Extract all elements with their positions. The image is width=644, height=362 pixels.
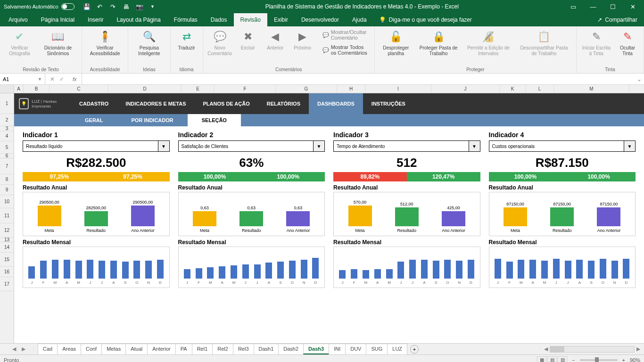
column-header[interactable]: B (24, 85, 50, 93)
ribbon-tab-exibir[interactable]: Exibir (267, 13, 295, 26)
sub-tab[interactable]: GERAL (71, 114, 117, 126)
column-header[interactable]: M (554, 85, 629, 93)
sheet-tab[interactable]: SUG (366, 344, 388, 354)
smart-lookup-button[interactable]: 🔍Pesquisa Inteligente (132, 28, 166, 58)
column-header[interactable]: C (50, 85, 108, 93)
column-header[interactable]: F (215, 85, 276, 93)
ribbon-tab-revisão[interactable]: Revisão (234, 13, 267, 26)
ribbon-tab-página-inicial[interactable]: Página Inicial (34, 13, 81, 26)
zoom-slider[interactable] (580, 359, 618, 361)
row-header[interactable]: 8 (0, 174, 14, 185)
column-header[interactable]: A (14, 85, 24, 93)
allow-edit-ranges-button[interactable]: 🔏Permitir a Edição de Intervalos (464, 28, 513, 58)
close-icon[interactable]: ✕ (627, 1, 638, 12)
maximize-icon[interactable]: ☐ (607, 1, 619, 12)
sheet-nav-next-icon[interactable]: ▶ (19, 346, 28, 352)
row-header[interactable]: 5 (0, 141, 14, 154)
tell-me-search[interactable]: 💡Diga-me o que você deseja fazer (379, 16, 472, 23)
new-comment-button[interactable]: 💬Novo Comentário (207, 28, 233, 58)
dashboard-tab[interactable]: PLANOS DE AÇÃO (194, 93, 258, 114)
sheet-tab[interactable]: INI (329, 344, 346, 354)
row-header[interactable]: 3 (0, 126, 14, 131)
row-header[interactable]: 9 (0, 185, 14, 195)
column-header[interactable]: D (108, 85, 182, 93)
redo-icon[interactable]: ↷ (109, 3, 117, 10)
protect-workbook-button[interactable]: 🔒Proteger Pasta de Trabalho (416, 28, 461, 58)
autosave-toggle[interactable]: Salvamento Automático (4, 3, 74, 10)
dashboard-tab[interactable]: RELATÓRIOS (258, 93, 309, 114)
column-header[interactable]: L (526, 85, 554, 93)
start-ink-button[interactable]: ✎Iniciar Escrita à Tinta (580, 28, 612, 58)
sheet-tab[interactable]: Rel1 (192, 344, 213, 354)
enter-icon[interactable]: ✓ (59, 76, 64, 82)
row-header[interactable]: 6 (0, 154, 14, 158)
print-icon[interactable]: 🖶 (123, 3, 130, 10)
hide-ink-button[interactable]: ✎Ocultar Tinta (615, 28, 640, 58)
column-header[interactable]: J (431, 85, 500, 93)
undo-icon[interactable]: ↶ (96, 3, 104, 10)
camera-icon[interactable]: 📷 (136, 3, 143, 10)
sheet-tab[interactable]: PA (175, 344, 192, 354)
ribbon-tab-dados[interactable]: Dados (204, 13, 234, 26)
dashboard-tab[interactable]: DASHBOARDS (309, 93, 363, 114)
zoom-level[interactable]: 90% (630, 357, 640, 362)
column-header[interactable]: I (365, 85, 431, 93)
sheet-tab[interactable]: Anterior (147, 344, 176, 354)
qat-dropdown-icon[interactable]: ▼ (149, 3, 157, 10)
select-all-corner[interactable] (0, 85, 14, 93)
scroll-left-icon[interactable]: ◀ (544, 346, 548, 352)
sheet-tab[interactable]: Dash2 (278, 344, 304, 354)
fx-icon[interactable]: fx (73, 76, 77, 82)
sheet-tab[interactable]: Metas (101, 344, 126, 354)
sheet-tab[interactable]: Conf (81, 344, 102, 354)
row-header[interactable]: 13 (0, 238, 14, 242)
indicator-select[interactable]: Satisfação de Clientes▼ (178, 140, 325, 152)
cancel-icon[interactable]: ✕ (50, 76, 55, 82)
show-all-comments-button[interactable]: 💬Mostrar Todos os Comentários (321, 43, 371, 57)
sheet-tab[interactable]: Areas (57, 344, 81, 354)
ribbon-tab-inserir[interactable]: Inserir (81, 13, 110, 26)
sub-tab[interactable]: POR INDICADOR (117, 114, 188, 126)
zoom-in-button[interactable]: + (622, 357, 625, 362)
dashboard-tab[interactable]: CADASTRO (71, 93, 117, 114)
expand-formula-bar-icon[interactable]: ⌄ (635, 76, 644, 82)
name-box[interactable]: A1▼ (0, 74, 45, 84)
ribbon-tab-fórmulas[interactable]: Fórmulas (167, 13, 204, 26)
sheet-nav-prev-icon[interactable]: ◀ (9, 346, 19, 352)
accessibility-button[interactable]: 🧍Verificar Acessibilidade (86, 28, 124, 58)
row-header[interactable]: 11 (0, 208, 14, 223)
scroll-right-icon[interactable]: ▶ (636, 346, 640, 352)
row-header[interactable]: 2 (0, 114, 14, 126)
thesaurus-button[interactable]: 📖Dicionário de Sinônimos (38, 28, 78, 58)
sheet-tab[interactable]: Dash3 (303, 344, 329, 354)
translate-button[interactable]: ⇄Traduzir (174, 28, 199, 52)
zoom-out-button[interactable]: − (572, 357, 575, 362)
unshare-workbook-button[interactable]: 📋Descompartilhar Pasta de Trabalho (516, 28, 572, 58)
row-header[interactable]: 17 (0, 277, 14, 291)
delete-comment-button[interactable]: ✖Excluir (236, 28, 260, 52)
column-header[interactable]: K (500, 85, 526, 93)
next-comment-button[interactable]: ▶Próximo (290, 28, 315, 52)
row-header[interactable]: 10 (0, 195, 14, 208)
dashboard-tab[interactable]: INDICADORES E METAS (117, 93, 194, 114)
add-sheet-button[interactable]: + (410, 345, 419, 354)
ribbon-tab-ajuda[interactable]: Ajuda (346, 13, 373, 26)
ribbon-tab-desenvolvedor[interactable]: Desenvolvedor (295, 13, 346, 26)
show-hide-comment-button[interactable]: 💬Mostrar/Ocultar Comentário (321, 28, 371, 41)
sheet-tab[interactable]: Dash1 (254, 344, 279, 354)
row-header[interactable]: 4 (0, 131, 14, 141)
dashboard-tab[interactable]: INSTRUÇÕES (363, 93, 414, 114)
sheet-tab[interactable]: DUV (345, 344, 366, 354)
page-layout-button[interactable]: ▤ (547, 356, 557, 362)
row-header[interactable]: 15 (0, 253, 14, 267)
column-header[interactable]: G (276, 85, 337, 93)
horizontal-scrollbar[interactable] (550, 346, 635, 353)
column-header[interactable]: E (182, 85, 215, 93)
share-button[interactable]: ↗Compartilhar (597, 16, 644, 23)
spellcheck-button[interactable]: ✔Verificar Ortografia (4, 28, 35, 58)
sheet-tab[interactable]: Cad (38, 344, 58, 354)
row-header[interactable]: 14 (0, 242, 14, 253)
row-header[interactable]: 12 (0, 223, 14, 238)
unprotect-sheet-button[interactable]: 🔓Desproteger planilha (379, 28, 413, 58)
prev-comment-button[interactable]: ◀Anterior (263, 28, 288, 52)
